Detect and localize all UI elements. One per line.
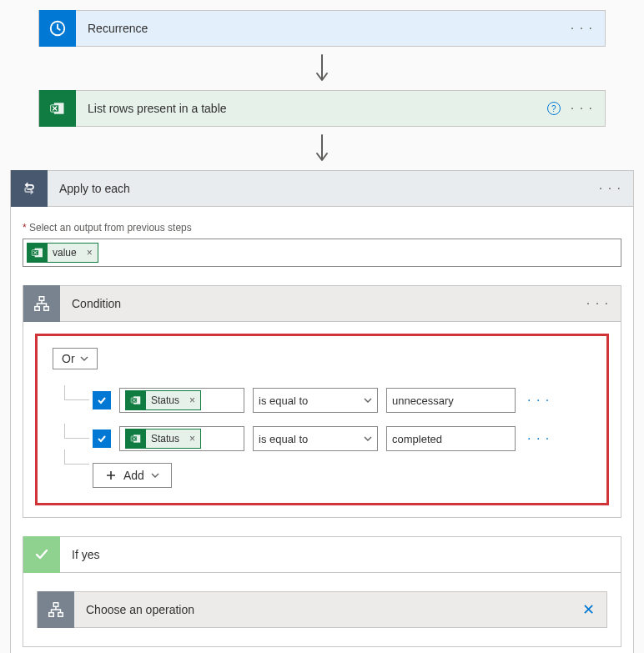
value-chip[interactable]: value × (27, 243, 98, 263)
step-title: Apply to each (48, 182, 599, 195)
tree-connector (64, 385, 89, 400)
step-recurrence[interactable]: Recurrence · · · (38, 10, 606, 47)
svg-rect-13 (49, 613, 54, 617)
help-icon[interactable]: ? (547, 102, 561, 115)
step-condition-container: Condition · · · Or (23, 285, 621, 518)
loop-icon (11, 170, 48, 207)
condition-body: Or (23, 322, 621, 518)
status-chip[interactable]: Status × (125, 429, 201, 449)
condition-operator-dropdown[interactable]: is equal to (253, 388, 378, 413)
step-if-yes-container: If yes Choose an operation ✕ (23, 536, 621, 647)
condition-value-input[interactable]: unnecessary (386, 388, 516, 413)
step-condition[interactable]: Condition · · · (23, 285, 621, 322)
more-icon[interactable]: · · · (571, 21, 593, 36)
more-icon[interactable]: · · · (571, 101, 593, 116)
more-icon[interactable]: · · · (586, 296, 609, 311)
add-label: Add (123, 469, 144, 482)
remove-chip-icon[interactable]: × (184, 433, 200, 445)
condition-highlight: Or (35, 334, 609, 505)
condition-row: Status × is equal to unnecessary (53, 381, 591, 419)
condition-icon (23, 285, 60, 322)
chevron-down-icon (80, 354, 88, 363)
step-title: List rows present in a table (76, 102, 547, 115)
flow-canvas: Recurrence · · · List rows present in a … (10, 10, 634, 653)
excel-icon (126, 390, 146, 410)
excel-icon (39, 90, 76, 127)
svg-rect-7 (44, 307, 49, 311)
step-if-yes[interactable]: If yes (23, 536, 621, 573)
value-text: completed (392, 433, 442, 445)
condition-value-input[interactable]: completed (386, 426, 516, 451)
svg-rect-6 (35, 307, 40, 311)
row-toggle[interactable] (93, 429, 111, 448)
tree-connector (64, 450, 89, 465)
output-field-label: * Select an output from previous steps (23, 222, 621, 234)
svg-rect-12 (53, 603, 58, 607)
step-title: Recurrence (76, 22, 571, 35)
arrow-down-icon (10, 47, 634, 90)
chevron-down-icon (151, 471, 159, 480)
row-more-icon[interactable]: · · · (524, 393, 553, 408)
row-toggle[interactable] (93, 391, 111, 409)
chevron-down-icon (364, 396, 372, 404)
chevron-down-icon (364, 434, 372, 443)
excel-icon (126, 429, 146, 449)
row-more-icon[interactable]: · · · (524, 431, 553, 446)
more-icon[interactable]: · · · (599, 181, 621, 196)
required-star-icon: * (23, 222, 27, 234)
choose-operation[interactable]: Choose an operation ✕ (37, 591, 607, 628)
chip-label: Status (146, 394, 184, 406)
plus-icon (105, 470, 117, 481)
condition-operator-dropdown[interactable]: is equal to (253, 426, 378, 451)
group-operator-label: Or (62, 352, 75, 365)
tree-connector (64, 424, 89, 439)
apply-to-each-body: * Select an output from previous steps v… (10, 207, 634, 653)
step-title: If yes (60, 548, 621, 561)
close-icon[interactable]: ✕ (582, 600, 606, 619)
output-input[interactable]: value × (23, 239, 621, 267)
if-yes-body: Choose an operation ✕ (23, 573, 621, 647)
condition-row: Status × is equal to completed (53, 419, 591, 458)
condition-left-input[interactable]: Status × (119, 426, 244, 451)
chip-label: value (48, 247, 82, 259)
condition-rows: Status × is equal to unnecessary (53, 381, 591, 488)
value-text: unnecessary (392, 394, 454, 407)
choose-operation-label: Choose an operation (74, 603, 582, 616)
svg-rect-14 (58, 613, 63, 617)
step-title: Condition (60, 297, 586, 310)
group-operator-dropdown[interactable]: Or (53, 348, 98, 369)
chip-label: Status (146, 433, 184, 445)
operator-label: is equal to (259, 394, 308, 407)
clock-icon (39, 10, 76, 47)
remove-chip-icon[interactable]: × (184, 394, 200, 406)
step-apply-to-each[interactable]: Apply to each · · · (10, 170, 634, 207)
excel-icon (28, 243, 48, 263)
check-icon (23, 536, 60, 573)
svg-rect-5 (39, 297, 44, 301)
add-condition-button[interactable]: Add (93, 463, 172, 488)
operator-label: is equal to (259, 433, 308, 445)
status-chip[interactable]: Status × (125, 390, 201, 410)
condition-icon (38, 591, 74, 628)
remove-chip-icon[interactable]: × (82, 247, 98, 259)
step-list-rows[interactable]: List rows present in a table ? · · · (38, 90, 606, 127)
field-label-text: Select an output from previous steps (29, 222, 192, 234)
condition-left-input[interactable]: Status × (119, 388, 244, 413)
arrow-down-icon (10, 127, 634, 170)
